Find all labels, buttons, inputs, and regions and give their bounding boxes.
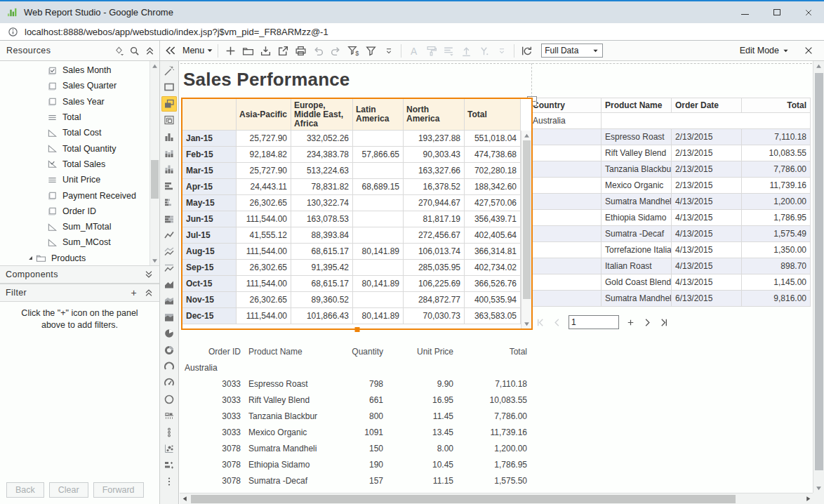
detail-cell[interactable]: 10,083.55	[742, 145, 811, 161]
redo-button[interactable]	[327, 42, 345, 59]
scroll-up-icon[interactable]	[150, 61, 159, 71]
order-cell[interactable]: 3033	[185, 395, 243, 405]
first-page-icon[interactable]	[535, 317, 545, 328]
address-url[interactable]: localhost:8888/webos/app/webstudio/index…	[25, 27, 328, 37]
back-button[interactable]: Back	[6, 482, 44, 498]
detail-cell[interactable]: Sumatra -Decaf	[602, 226, 672, 242]
detail-cell[interactable]: 4/13/2015	[672, 210, 742, 226]
collapse-panel-icon[interactable]	[144, 288, 154, 298]
resource-item[interactable]: Unit Price	[0, 172, 149, 187]
order-cell[interactable]: 798	[347, 379, 385, 389]
crosstab-column-header[interactable]: Latin America	[353, 99, 404, 131]
crosstab-cell[interactable]: 25,727.90	[237, 163, 291, 179]
order-cell[interactable]: 157	[347, 476, 385, 486]
donut-chart-button[interactable]	[161, 343, 177, 358]
crosstab-cell[interactable]: 188,342.60	[465, 179, 521, 195]
order-cell[interactable]: 3078	[185, 476, 243, 486]
order-cell[interactable]: Sumatra -Decaf	[243, 476, 347, 486]
crosstab-cell[interactable]: 285,035.95	[404, 260, 465, 276]
more-components-button[interactable]	[161, 474, 177, 489]
detail-cell[interactable]: Mexico Organic	[602, 178, 672, 194]
crosstab-cell[interactable]: 81,817.19	[404, 211, 465, 227]
crosstab-cell[interactable]: 130,322.74	[291, 195, 353, 211]
order-cell[interactable]: Espresso Roast	[243, 379, 347, 389]
crosstab-scrollbar[interactable]	[521, 131, 531, 329]
crosstab-cell[interactable]: 284,872.77	[404, 292, 465, 308]
order-cell[interactable]: 661	[347, 395, 385, 405]
crosstab-cell[interactable]: 402,405.64	[465, 227, 521, 244]
detail-cell[interactable]: 2/13/2015	[672, 145, 742, 161]
detail-cell[interactable]	[529, 274, 602, 291]
detail-cell[interactable]: Rift Valley Blend	[602, 145, 672, 161]
detail-cell[interactable]: 9,816.00	[742, 291, 811, 307]
scroll-left-icon[interactable]	[180, 493, 190, 504]
order-column-header[interactable]: Quantity	[347, 347, 385, 357]
crosstab-cell[interactable]: 427,570.06	[465, 195, 521, 211]
crosstab-cell[interactable]: 111,544.00	[237, 211, 291, 227]
crosstab-cell[interactable]: 89,360.52	[291, 292, 353, 308]
resource-item[interactable]: Products	[0, 251, 149, 265]
scroll-up-icon[interactable]	[813, 61, 824, 71]
crosstab-row-label[interactable]: Oct-15	[182, 276, 237, 292]
detail-cell[interactable]: 1,786.95	[742, 210, 811, 226]
resource-item[interactable]: Sum_MTotal	[0, 219, 149, 234]
crosstab-row-label[interactable]: Feb-15	[182, 147, 237, 163]
resource-item[interactable]: Total Sales	[0, 157, 149, 172]
group-span-cell[interactable]	[602, 113, 811, 129]
detail-cell[interactable]: 2/13/2015	[672, 178, 742, 194]
clear-button[interactable]: Clear	[49, 482, 88, 498]
crosstab-cell[interactable]: 57,866.65	[353, 147, 404, 163]
scroll-up-icon[interactable]	[521, 131, 531, 140]
crosstab-cell[interactable]: 68,615.17	[291, 276, 353, 292]
circle-chart-button[interactable]	[161, 392, 177, 407]
crosstab-column-header[interactable]: Total	[465, 99, 521, 131]
tree-expand-icon[interactable]	[27, 254, 34, 262]
order-cell[interactable]: 3078	[185, 444, 243, 453]
resource-item[interactable]: Order ID	[0, 204, 149, 219]
detail-cell[interactable]: 4/13/2015	[672, 194, 742, 210]
collapse-panel-icon[interactable]	[145, 46, 155, 56]
crosstab-cell[interactable]: 91,395.42	[291, 260, 353, 276]
last-page-icon[interactable]	[659, 317, 670, 328]
detail-cell[interactable]: 4/13/2015	[672, 242, 742, 258]
crosstab-column-header[interactable]	[182, 99, 237, 131]
full-stacked-bar-chart-button[interactable]	[161, 211, 177, 227]
crosstab-cell[interactable]: 363,583.05	[465, 308, 521, 324]
order-column-header[interactable]: Unit Price	[385, 347, 456, 357]
detail-cell[interactable]: 11,739.16	[742, 178, 811, 194]
detail-cell[interactable]: 4/13/2015	[672, 258, 742, 274]
crosstab-cell[interactable]: 332,052.26	[291, 131, 353, 147]
collapse-sidebar-icon[interactable]	[164, 44, 177, 57]
new-report-button[interactable]	[222, 42, 239, 59]
detail-cell[interactable]: Gold Coast Blend	[602, 274, 672, 291]
order-cell[interactable]: 1,575.50	[456, 476, 529, 486]
order-cell[interactable]: 3033	[185, 379, 243, 389]
scrollbar-thumb[interactable]	[523, 140, 531, 299]
crosstab-cell[interactable]: 111,544.00	[237, 276, 291, 292]
save-report-button[interactable]	[257, 42, 274, 59]
crosstab-cell[interactable]: 80,141.89	[353, 308, 404, 324]
crosstab-cell[interactable]	[353, 211, 404, 227]
filter-panel-header[interactable]: Filter +	[0, 284, 159, 302]
resources-scrollbar[interactable]	[149, 61, 159, 265]
crosstab-row-label[interactable]: Sep-15	[182, 260, 237, 276]
stacked-bar-chart-button[interactable]	[161, 194, 177, 210]
filter-values-button[interactable]: $	[345, 42, 362, 59]
order-cell[interactable]: 150	[347, 444, 385, 453]
page-info-icon[interactable]	[8, 27, 18, 37]
detail-cell[interactable]: Torrefazione Italia	[602, 242, 672, 258]
order-cell[interactable]: 8.00	[385, 444, 456, 453]
crosstab-component[interactable]: Asia-PacificEurope, Middle East, AfricaL…	[181, 98, 533, 330]
crosstab-cell[interactable]: 68,689.15	[353, 179, 404, 195]
horizontal-scrollbar[interactable]	[180, 493, 813, 504]
wizard-button[interactable]	[161, 63, 177, 79]
crosstab-row-label[interactable]: Nov-15	[182, 292, 237, 308]
crosstab-row-label[interactable]: Jan-15	[182, 131, 237, 147]
detail-cell[interactable]: 7,786.00	[742, 161, 811, 178]
scrollbar-thumb[interactable]	[815, 73, 823, 470]
detail-column-header[interactable]: Product Name	[602, 98, 672, 113]
detail-cell[interactable]: Sumatra Mandhel	[602, 291, 672, 307]
detail-cell[interactable]: 7,110.18	[742, 129, 811, 145]
order-cell[interactable]: 3078	[185, 460, 243, 470]
crosstab-cell[interactable]: 366,314.81	[465, 244, 521, 260]
